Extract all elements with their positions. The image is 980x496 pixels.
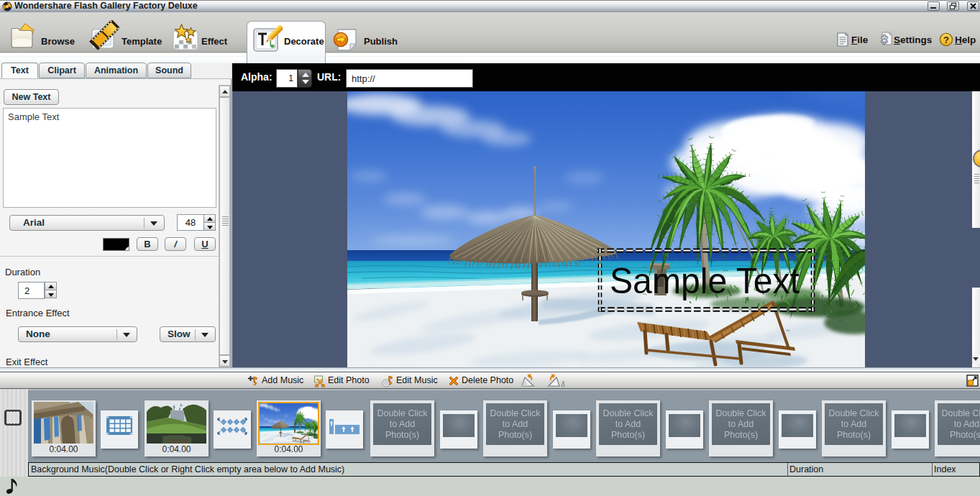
svg-text:?: ? (943, 35, 949, 45)
svg-text:Sample Text: Sample Text (610, 261, 800, 301)
